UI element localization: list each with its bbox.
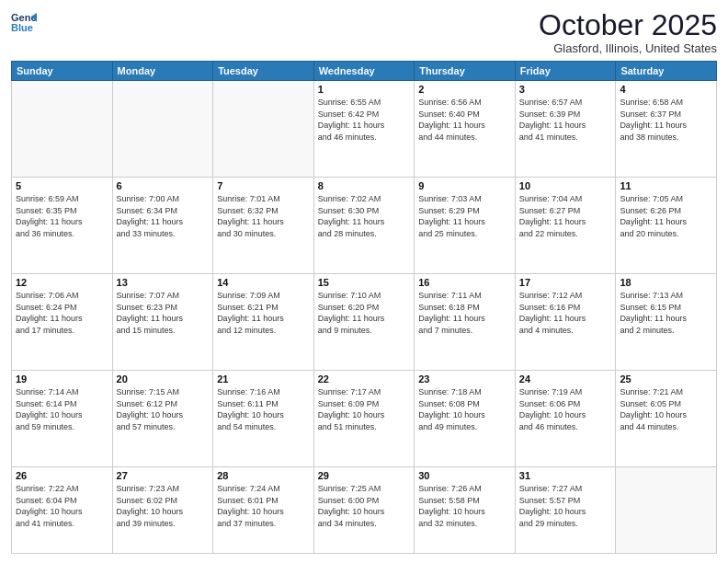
calendar-cell: 2Sunrise: 6:56 AM Sunset: 6:40 PM Daylig… xyxy=(415,81,516,178)
calendar-cell: 12Sunrise: 7:06 AM Sunset: 6:24 PM Dayli… xyxy=(12,274,113,371)
day-number: 8 xyxy=(318,180,411,191)
calendar-cell: 6Sunrise: 7:00 AM Sunset: 6:34 PM Daylig… xyxy=(112,178,213,274)
day-info: Sunrise: 7:15 AM Sunset: 6:12 PM Dayligh… xyxy=(117,386,210,432)
day-info: Sunrise: 7:01 AM Sunset: 6:32 PM Dayligh… xyxy=(217,193,310,239)
day-number: 6 xyxy=(117,180,210,191)
day-number: 25 xyxy=(620,373,712,385)
day-number: 13 xyxy=(117,277,210,288)
day-number: 26 xyxy=(16,470,108,481)
day-info: Sunrise: 7:18 AM Sunset: 6:08 PM Dayligh… xyxy=(418,386,511,432)
title-block: October 2025 Glasford, Illinois, United … xyxy=(539,9,717,55)
day-info: Sunrise: 7:24 AM Sunset: 6:01 PM Dayligh… xyxy=(217,483,310,529)
day-info: Sunrise: 7:25 AM Sunset: 6:00 PM Dayligh… xyxy=(318,483,411,529)
calendar-cell: 19Sunrise: 7:14 AM Sunset: 6:14 PM Dayli… xyxy=(12,371,113,467)
calendar-week-4: 26Sunrise: 7:22 AM Sunset: 6:04 PM Dayli… xyxy=(12,467,717,554)
calendar-cell xyxy=(12,81,113,178)
calendar-cell: 21Sunrise: 7:16 AM Sunset: 6:11 PM Dayli… xyxy=(213,371,314,467)
day-info: Sunrise: 7:02 AM Sunset: 6:30 PM Dayligh… xyxy=(318,193,411,239)
day-number: 16 xyxy=(418,277,511,288)
logo: General Blue xyxy=(11,9,37,35)
calendar-header-row: SundayMondayTuesdayWednesdayThursdayFrid… xyxy=(12,62,717,81)
day-info: Sunrise: 7:10 AM Sunset: 6:20 PM Dayligh… xyxy=(318,290,411,336)
day-number: 4 xyxy=(620,84,712,95)
day-number: 10 xyxy=(519,180,612,191)
day-info: Sunrise: 7:05 AM Sunset: 6:26 PM Dayligh… xyxy=(620,193,712,239)
day-info: Sunrise: 7:16 AM Sunset: 6:11 PM Dayligh… xyxy=(217,386,310,432)
day-number: 20 xyxy=(117,373,210,385)
calendar-cell: 4Sunrise: 6:58 AM Sunset: 6:37 PM Daylig… xyxy=(616,81,717,178)
calendar-cell: 13Sunrise: 7:07 AM Sunset: 6:23 PM Dayli… xyxy=(112,274,213,371)
calendar-cell: 17Sunrise: 7:12 AM Sunset: 6:16 PM Dayli… xyxy=(515,274,616,371)
calendar-cell xyxy=(112,81,213,178)
day-number: 18 xyxy=(620,277,712,288)
logo-icon: General Blue xyxy=(11,9,37,35)
calendar-week-0: 1Sunrise: 6:55 AM Sunset: 6:42 PM Daylig… xyxy=(12,81,717,178)
day-info: Sunrise: 6:55 AM Sunset: 6:42 PM Dayligh… xyxy=(318,97,411,143)
day-info: Sunrise: 7:21 AM Sunset: 6:05 PM Dayligh… xyxy=(620,386,712,432)
day-number: 23 xyxy=(418,373,511,385)
calendar-cell: 20Sunrise: 7:15 AM Sunset: 6:12 PM Dayli… xyxy=(112,371,213,467)
month-title: October 2025 xyxy=(539,9,717,41)
calendar-cell: 29Sunrise: 7:25 AM Sunset: 6:00 PM Dayli… xyxy=(313,467,415,554)
calendar-cell: 24Sunrise: 7:19 AM Sunset: 6:06 PM Dayli… xyxy=(515,371,616,467)
calendar-cell xyxy=(213,81,314,178)
day-number: 19 xyxy=(16,373,108,385)
day-info: Sunrise: 7:04 AM Sunset: 6:27 PM Dayligh… xyxy=(519,193,612,239)
calendar-cell: 5Sunrise: 6:59 AM Sunset: 6:35 PM Daylig… xyxy=(12,178,113,274)
calendar-table: SundayMondayTuesdayWednesdayThursdayFrid… xyxy=(11,61,717,554)
day-number: 28 xyxy=(217,470,310,481)
calendar-cell: 28Sunrise: 7:24 AM Sunset: 6:01 PM Dayli… xyxy=(213,467,314,554)
day-number: 31 xyxy=(519,470,612,481)
day-number: 17 xyxy=(519,277,612,288)
day-number: 2 xyxy=(418,84,511,95)
weekday-header-monday: Monday xyxy=(112,62,213,81)
day-number: 21 xyxy=(217,373,310,385)
calendar-cell: 25Sunrise: 7:21 AM Sunset: 6:05 PM Dayli… xyxy=(616,371,717,467)
day-number: 11 xyxy=(620,180,712,191)
calendar-cell: 23Sunrise: 7:18 AM Sunset: 6:08 PM Dayli… xyxy=(415,371,516,467)
calendar-cell: 14Sunrise: 7:09 AM Sunset: 6:21 PM Dayli… xyxy=(213,274,314,371)
day-number: 29 xyxy=(318,470,411,481)
day-number: 1 xyxy=(318,84,411,95)
day-number: 3 xyxy=(519,84,612,95)
day-info: Sunrise: 7:26 AM Sunset: 5:58 PM Dayligh… xyxy=(418,483,511,529)
day-number: 27 xyxy=(117,470,210,481)
day-number: 9 xyxy=(418,180,511,191)
day-info: Sunrise: 7:09 AM Sunset: 6:21 PM Dayligh… xyxy=(217,290,310,336)
day-info: Sunrise: 7:00 AM Sunset: 6:34 PM Dayligh… xyxy=(117,193,210,239)
page-header: General Blue October 2025 Glasford, Illi… xyxy=(11,9,717,55)
calendar-cell: 22Sunrise: 7:17 AM Sunset: 6:09 PM Dayli… xyxy=(313,371,415,467)
calendar-week-1: 5Sunrise: 6:59 AM Sunset: 6:35 PM Daylig… xyxy=(12,178,717,274)
calendar-cell: 27Sunrise: 7:23 AM Sunset: 6:02 PM Dayli… xyxy=(112,467,213,554)
day-number: 14 xyxy=(217,277,310,288)
calendar-cell: 26Sunrise: 7:22 AM Sunset: 6:04 PM Dayli… xyxy=(12,467,113,554)
weekday-header-saturday: Saturday xyxy=(616,62,717,81)
day-number: 12 xyxy=(16,277,108,288)
weekday-header-friday: Friday xyxy=(515,62,616,81)
day-info: Sunrise: 7:22 AM Sunset: 6:04 PM Dayligh… xyxy=(16,483,108,529)
day-info: Sunrise: 6:57 AM Sunset: 6:39 PM Dayligh… xyxy=(519,97,612,143)
day-number: 24 xyxy=(519,373,612,385)
calendar-cell: 18Sunrise: 7:13 AM Sunset: 6:15 PM Dayli… xyxy=(616,274,717,371)
day-info: Sunrise: 7:17 AM Sunset: 6:09 PM Dayligh… xyxy=(318,386,411,432)
day-number: 15 xyxy=(318,277,411,288)
weekday-header-tuesday: Tuesday xyxy=(213,62,314,81)
day-number: 22 xyxy=(318,373,411,385)
day-info: Sunrise: 7:12 AM Sunset: 6:16 PM Dayligh… xyxy=(519,290,612,336)
day-info: Sunrise: 7:19 AM Sunset: 6:06 PM Dayligh… xyxy=(519,386,612,432)
day-info: Sunrise: 7:03 AM Sunset: 6:29 PM Dayligh… xyxy=(418,193,511,239)
calendar-cell: 7Sunrise: 7:01 AM Sunset: 6:32 PM Daylig… xyxy=(213,178,314,274)
day-info: Sunrise: 7:07 AM Sunset: 6:23 PM Dayligh… xyxy=(117,290,210,336)
day-number: 7 xyxy=(217,180,310,191)
day-info: Sunrise: 6:56 AM Sunset: 6:40 PM Dayligh… xyxy=(418,97,511,143)
day-info: Sunrise: 7:13 AM Sunset: 6:15 PM Dayligh… xyxy=(620,290,712,336)
day-info: Sunrise: 7:06 AM Sunset: 6:24 PM Dayligh… xyxy=(16,290,108,336)
weekday-header-sunday: Sunday xyxy=(12,62,113,81)
calendar-cell: 8Sunrise: 7:02 AM Sunset: 6:30 PM Daylig… xyxy=(313,178,415,274)
weekday-header-wednesday: Wednesday xyxy=(313,62,415,81)
day-info: Sunrise: 6:58 AM Sunset: 6:37 PM Dayligh… xyxy=(620,97,712,143)
calendar-cell: 11Sunrise: 7:05 AM Sunset: 6:26 PM Dayli… xyxy=(616,178,717,274)
location: Glasford, Illinois, United States xyxy=(539,41,717,55)
calendar-week-3: 19Sunrise: 7:14 AM Sunset: 6:14 PM Dayli… xyxy=(12,371,717,467)
day-info: Sunrise: 7:27 AM Sunset: 5:57 PM Dayligh… xyxy=(519,483,612,529)
